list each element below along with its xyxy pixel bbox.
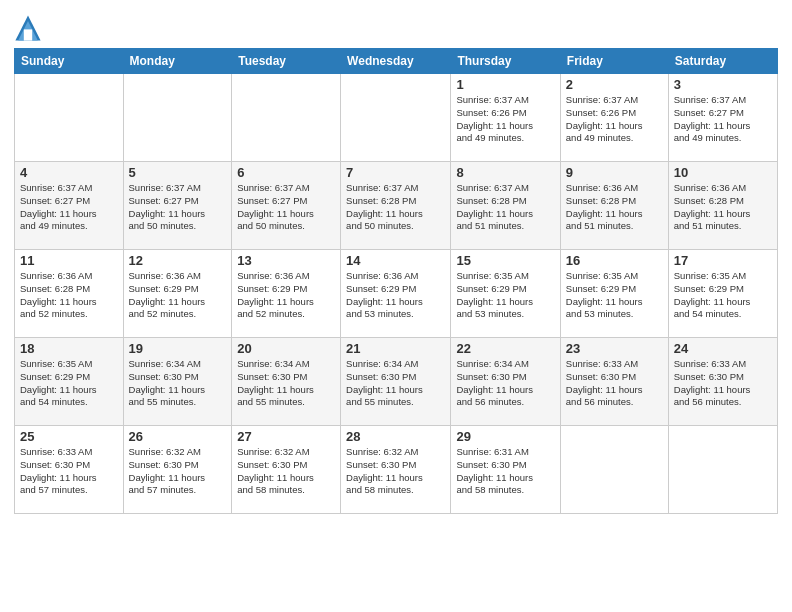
- day-number: 10: [674, 165, 772, 180]
- calendar-header-wednesday: Wednesday: [341, 49, 451, 74]
- day-info: Sunrise: 6:36 AM Sunset: 6:28 PM Dayligh…: [674, 182, 772, 233]
- calendar-cell: 13Sunrise: 6:36 AM Sunset: 6:29 PM Dayli…: [232, 250, 341, 338]
- header: [14, 10, 778, 42]
- logo: [14, 14, 44, 42]
- day-number: 27: [237, 429, 335, 444]
- calendar-cell: [232, 74, 341, 162]
- day-number: 29: [456, 429, 554, 444]
- day-number: 26: [129, 429, 227, 444]
- day-info: Sunrise: 6:36 AM Sunset: 6:28 PM Dayligh…: [566, 182, 663, 233]
- calendar-cell: 17Sunrise: 6:35 AM Sunset: 6:29 PM Dayli…: [668, 250, 777, 338]
- day-info: Sunrise: 6:36 AM Sunset: 6:29 PM Dayligh…: [237, 270, 335, 321]
- calendar-cell: 4Sunrise: 6:37 AM Sunset: 6:27 PM Daylig…: [15, 162, 124, 250]
- day-number: 15: [456, 253, 554, 268]
- day-number: 4: [20, 165, 118, 180]
- day-number: 19: [129, 341, 227, 356]
- day-number: 6: [237, 165, 335, 180]
- day-info: Sunrise: 6:31 AM Sunset: 6:30 PM Dayligh…: [456, 446, 554, 497]
- day-number: 17: [674, 253, 772, 268]
- day-number: 14: [346, 253, 445, 268]
- day-info: Sunrise: 6:37 AM Sunset: 6:27 PM Dayligh…: [674, 94, 772, 145]
- day-number: 28: [346, 429, 445, 444]
- calendar-cell: 19Sunrise: 6:34 AM Sunset: 6:30 PM Dayli…: [123, 338, 232, 426]
- calendar-cell: 8Sunrise: 6:37 AM Sunset: 6:28 PM Daylig…: [451, 162, 560, 250]
- day-number: 8: [456, 165, 554, 180]
- day-info: Sunrise: 6:37 AM Sunset: 6:27 PM Dayligh…: [20, 182, 118, 233]
- page: SundayMondayTuesdayWednesdayThursdayFrid…: [0, 0, 792, 612]
- day-info: Sunrise: 6:34 AM Sunset: 6:30 PM Dayligh…: [346, 358, 445, 409]
- calendar-cell: 21Sunrise: 6:34 AM Sunset: 6:30 PM Dayli…: [341, 338, 451, 426]
- day-info: Sunrise: 6:36 AM Sunset: 6:28 PM Dayligh…: [20, 270, 118, 321]
- calendar-cell: 9Sunrise: 6:36 AM Sunset: 6:28 PM Daylig…: [560, 162, 668, 250]
- day-info: Sunrise: 6:37 AM Sunset: 6:28 PM Dayligh…: [456, 182, 554, 233]
- calendar-cell: 18Sunrise: 6:35 AM Sunset: 6:29 PM Dayli…: [15, 338, 124, 426]
- day-info: Sunrise: 6:32 AM Sunset: 6:30 PM Dayligh…: [346, 446, 445, 497]
- svg-rect-2: [24, 29, 32, 40]
- day-number: 3: [674, 77, 772, 92]
- day-number: 25: [20, 429, 118, 444]
- day-info: Sunrise: 6:37 AM Sunset: 6:26 PM Dayligh…: [566, 94, 663, 145]
- day-info: Sunrise: 6:32 AM Sunset: 6:30 PM Dayligh…: [129, 446, 227, 497]
- day-info: Sunrise: 6:35 AM Sunset: 6:29 PM Dayligh…: [20, 358, 118, 409]
- day-number: 16: [566, 253, 663, 268]
- calendar-header-sunday: Sunday: [15, 49, 124, 74]
- calendar-cell: [560, 426, 668, 514]
- day-info: Sunrise: 6:37 AM Sunset: 6:26 PM Dayligh…: [456, 94, 554, 145]
- day-info: Sunrise: 6:37 AM Sunset: 6:27 PM Dayligh…: [237, 182, 335, 233]
- calendar-cell: 28Sunrise: 6:32 AM Sunset: 6:30 PM Dayli…: [341, 426, 451, 514]
- calendar-cell: [123, 74, 232, 162]
- day-info: Sunrise: 6:33 AM Sunset: 6:30 PM Dayligh…: [566, 358, 663, 409]
- calendar-cell: 29Sunrise: 6:31 AM Sunset: 6:30 PM Dayli…: [451, 426, 560, 514]
- day-info: Sunrise: 6:33 AM Sunset: 6:30 PM Dayligh…: [674, 358, 772, 409]
- calendar-cell: 23Sunrise: 6:33 AM Sunset: 6:30 PM Dayli…: [560, 338, 668, 426]
- day-info: Sunrise: 6:35 AM Sunset: 6:29 PM Dayligh…: [674, 270, 772, 321]
- day-number: 1: [456, 77, 554, 92]
- day-info: Sunrise: 6:37 AM Sunset: 6:27 PM Dayligh…: [129, 182, 227, 233]
- calendar-week-2: 4Sunrise: 6:37 AM Sunset: 6:27 PM Daylig…: [15, 162, 778, 250]
- day-info: Sunrise: 6:32 AM Sunset: 6:30 PM Dayligh…: [237, 446, 335, 497]
- calendar-header-monday: Monday: [123, 49, 232, 74]
- logo-icon: [14, 14, 42, 42]
- day-number: 23: [566, 341, 663, 356]
- day-info: Sunrise: 6:36 AM Sunset: 6:29 PM Dayligh…: [346, 270, 445, 321]
- day-info: Sunrise: 6:34 AM Sunset: 6:30 PM Dayligh…: [237, 358, 335, 409]
- day-info: Sunrise: 6:34 AM Sunset: 6:30 PM Dayligh…: [456, 358, 554, 409]
- day-number: 24: [674, 341, 772, 356]
- calendar-body: 1Sunrise: 6:37 AM Sunset: 6:26 PM Daylig…: [15, 74, 778, 514]
- day-number: 7: [346, 165, 445, 180]
- calendar-cell: 2Sunrise: 6:37 AM Sunset: 6:26 PM Daylig…: [560, 74, 668, 162]
- calendar-week-1: 1Sunrise: 6:37 AM Sunset: 6:26 PM Daylig…: [15, 74, 778, 162]
- calendar-week-3: 11Sunrise: 6:36 AM Sunset: 6:28 PM Dayli…: [15, 250, 778, 338]
- calendar-cell: 7Sunrise: 6:37 AM Sunset: 6:28 PM Daylig…: [341, 162, 451, 250]
- calendar-cell: 27Sunrise: 6:32 AM Sunset: 6:30 PM Dayli…: [232, 426, 341, 514]
- day-number: 18: [20, 341, 118, 356]
- day-number: 21: [346, 341, 445, 356]
- day-info: Sunrise: 6:36 AM Sunset: 6:29 PM Dayligh…: [129, 270, 227, 321]
- calendar-header-saturday: Saturday: [668, 49, 777, 74]
- calendar-cell: 26Sunrise: 6:32 AM Sunset: 6:30 PM Dayli…: [123, 426, 232, 514]
- day-number: 13: [237, 253, 335, 268]
- day-info: Sunrise: 6:33 AM Sunset: 6:30 PM Dayligh…: [20, 446, 118, 497]
- day-info: Sunrise: 6:35 AM Sunset: 6:29 PM Dayligh…: [456, 270, 554, 321]
- day-number: 20: [237, 341, 335, 356]
- calendar-week-4: 18Sunrise: 6:35 AM Sunset: 6:29 PM Dayli…: [15, 338, 778, 426]
- calendar-header-row: SundayMondayTuesdayWednesdayThursdayFrid…: [15, 49, 778, 74]
- day-info: Sunrise: 6:37 AM Sunset: 6:28 PM Dayligh…: [346, 182, 445, 233]
- calendar-cell: [15, 74, 124, 162]
- calendar-cell: 14Sunrise: 6:36 AM Sunset: 6:29 PM Dayli…: [341, 250, 451, 338]
- calendar-cell: 24Sunrise: 6:33 AM Sunset: 6:30 PM Dayli…: [668, 338, 777, 426]
- calendar-cell: 16Sunrise: 6:35 AM Sunset: 6:29 PM Dayli…: [560, 250, 668, 338]
- calendar: SundayMondayTuesdayWednesdayThursdayFrid…: [14, 48, 778, 514]
- calendar-cell: 6Sunrise: 6:37 AM Sunset: 6:27 PM Daylig…: [232, 162, 341, 250]
- calendar-cell: 12Sunrise: 6:36 AM Sunset: 6:29 PM Dayli…: [123, 250, 232, 338]
- day-number: 11: [20, 253, 118, 268]
- day-number: 12: [129, 253, 227, 268]
- day-info: Sunrise: 6:34 AM Sunset: 6:30 PM Dayligh…: [129, 358, 227, 409]
- calendar-week-5: 25Sunrise: 6:33 AM Sunset: 6:30 PM Dayli…: [15, 426, 778, 514]
- calendar-cell: 11Sunrise: 6:36 AM Sunset: 6:28 PM Dayli…: [15, 250, 124, 338]
- calendar-header-thursday: Thursday: [451, 49, 560, 74]
- day-number: 22: [456, 341, 554, 356]
- day-info: Sunrise: 6:35 AM Sunset: 6:29 PM Dayligh…: [566, 270, 663, 321]
- calendar-cell: 15Sunrise: 6:35 AM Sunset: 6:29 PM Dayli…: [451, 250, 560, 338]
- calendar-cell: 22Sunrise: 6:34 AM Sunset: 6:30 PM Dayli…: [451, 338, 560, 426]
